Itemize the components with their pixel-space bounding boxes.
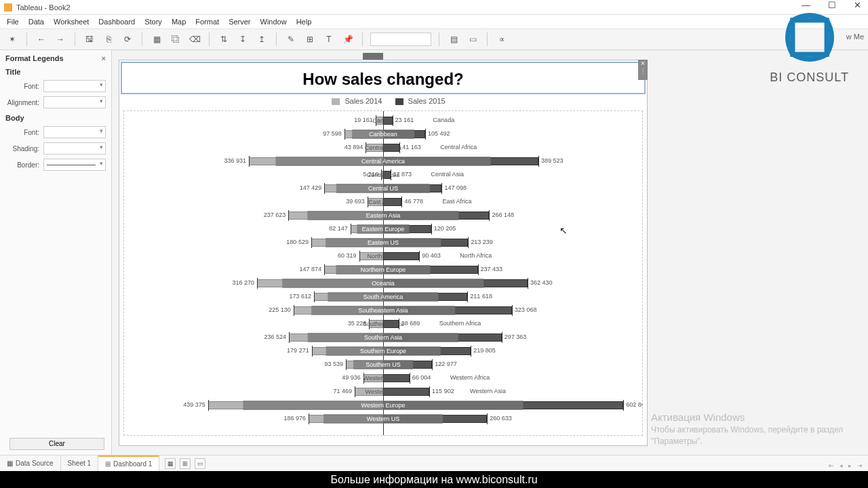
chart-row[interactable]: Canada19 16123 161Canada (124, 115, 642, 126)
menu-format[interactable]: Format (195, 18, 219, 26)
tableau-logo-icon[interactable]: ✶ (5, 33, 19, 46)
menu-data[interactable]: Data (28, 18, 44, 26)
label-border: Border: (5, 161, 43, 169)
chart-body[interactable]: Canada19 16123 161CanadaCaribbean97 5981… (123, 110, 643, 436)
dashboard-canvas[interactable]: ×⋮ How sales changed? Sales 2014 Sales 2… (112, 50, 868, 457)
window-title: Tableau - Book2 (16, 3, 71, 12)
story-nav-tab[interactable] (363, 53, 383, 60)
body-shading-selector[interactable] (43, 142, 106, 155)
logo-icon (779, 7, 840, 68)
cards-button[interactable]: ▤ (447, 33, 460, 46)
menu-story[interactable]: Story (144, 18, 162, 26)
status-prev[interactable]: ◂ (840, 462, 843, 469)
body-font-selector[interactable] (43, 126, 106, 138)
status-first[interactable]: ⇤ (829, 462, 834, 469)
new-data-button[interactable]: ⎘ (102, 33, 115, 46)
chart-row[interactable]: Central US147 429147 098 (124, 183, 642, 194)
format-panel-close[interactable]: × (102, 54, 106, 62)
new-story-tab-button[interactable]: ▭ (195, 458, 205, 469)
svg-rect-0 (792, 20, 826, 54)
back-button[interactable]: ← (35, 33, 48, 46)
chart-row[interactable]: Southern Europe179 271219 805 (124, 346, 642, 357)
label-body-font: Font: (5, 129, 43, 136)
format-panel: Format Legends × Title Font: Alignment: … (0, 50, 112, 457)
legend[interactable]: Sales 2014 Sales 2015 (119, 96, 647, 109)
chart-row[interactable]: Southern Africa35 22838 689Southern Afri… (124, 319, 642, 329)
chart-row[interactable]: South America173 612211 618 (124, 291, 642, 302)
new-dashboard-tab-button[interactable]: ⊞ (180, 458, 191, 469)
chart-row[interactable]: Southern US93 539122 977 (124, 359, 642, 370)
chart-row[interactable]: Central Asia5 21617 873Central Asia (124, 169, 642, 180)
menu-help[interactable]: Help (296, 18, 312, 26)
labels-button[interactable]: T (322, 33, 336, 46)
format-panel-title: Format Legends (5, 54, 64, 62)
chart-title[interactable]: How sales changed? (121, 62, 646, 94)
chart-row[interactable]: East Africa39 69346 778East Africa (124, 197, 642, 207)
close-button[interactable]: ✕ (850, 0, 865, 10)
chart-row[interactable]: North Africa60 31990 403North Africa (124, 251, 642, 262)
title-alignment-selector[interactable] (43, 96, 106, 108)
pin-button[interactable]: 📌 (341, 33, 355, 46)
menu-map[interactable]: Map (172, 18, 186, 26)
legend-swatch-2015 (395, 98, 403, 105)
tab-sheet1[interactable]: Sheet 1 (61, 455, 98, 471)
sheet-tabs: ▦ Data Source Sheet 1 ⊞ Dashboard 1 ▦ ⊞ … (0, 455, 868, 471)
section-body: Body (5, 114, 106, 122)
menu-window[interactable]: Window (260, 18, 287, 26)
share-button[interactable]: ∝ (495, 33, 509, 46)
main-area: Format Legends × Title Font: Alignment: … (0, 50, 868, 457)
chart-row[interactable]: Oceania316 270362 430 (124, 278, 642, 289)
tab-data-source[interactable]: ▦ Data Source (0, 455, 61, 471)
duplicate-button[interactable]: ⿻ (169, 33, 182, 46)
swap-button[interactable]: ⇅ (217, 33, 231, 46)
tab-dashboard1[interactable]: ⊞ Dashboard 1 (98, 455, 159, 471)
chart-row[interactable]: Eastern Asia237 623266 148 (124, 210, 642, 221)
save-button[interactable]: 🖫 (83, 33, 96, 46)
clear-button[interactable]: ⌫ (188, 33, 201, 46)
sort-desc-button[interactable]: ↥ (255, 33, 269, 46)
presentation-button[interactable]: ▭ (466, 33, 479, 46)
chart-row[interactable]: Northern Europe147 874237 433 (124, 264, 642, 275)
chart-row[interactable]: Caribbean97 598105 492 (124, 129, 642, 140)
new-worksheet-button[interactable]: ▦ (150, 33, 163, 46)
menu-file[interactable]: File (7, 18, 19, 26)
chart-row[interactable]: Eastern US180 529213 239 (124, 237, 642, 248)
titlebar: Tableau - Book2 — ☐ ✕ (0, 0, 868, 15)
status-next[interactable]: ▸ (848, 462, 852, 469)
section-title: Title (5, 68, 106, 76)
chart-row[interactable]: Western Asia71 469115 902Western Asia (124, 386, 642, 397)
footer-banner: Больше информации на www.biconsult.ru (0, 471, 868, 488)
fit-selector[interactable] (370, 33, 431, 46)
chart-row[interactable]: Southeastern Asia225 130323 068 (124, 305, 642, 316)
refresh-button[interactable]: ⟳ (121, 33, 134, 46)
group-button[interactable]: ⊞ (303, 33, 317, 46)
chart-row[interactable]: Central Africa43 89441 163Central Africa (124, 142, 642, 153)
chart-row[interactable]: Western US186 976260 633 (124, 413, 642, 424)
status-last[interactable]: ⇥ (857, 462, 863, 469)
chart-row[interactable]: Southern Asia236 524297 363 (124, 332, 642, 343)
sort-asc-button[interactable]: ↧ (236, 33, 250, 46)
menu-dashboard[interactable]: Dashboard (98, 18, 135, 26)
highlight-button[interactable]: ✎ (284, 33, 298, 46)
forward-button[interactable]: → (54, 33, 67, 46)
new-worksheet-tab-button[interactable]: ▦ (165, 458, 176, 469)
chart-row[interactable]: Western Africa49 93666 004Western Africa (124, 373, 642, 384)
frame-controls[interactable]: ×⋮ (638, 60, 648, 80)
legend-label-2015: Sales 2015 (408, 97, 446, 105)
legend-swatch-2014 (332, 98, 340, 105)
body-border-selector[interactable] (43, 159, 106, 171)
chart-row[interactable]: Western Europe439 375602 861 (124, 400, 642, 411)
windows-activation-watermark: Активация Windows Чтобы активировать Win… (651, 410, 854, 447)
status-bar-nav: ⇤ ◂ ▸ ⇥ (829, 462, 863, 469)
brand-logo: BI CONSULT (770, 7, 849, 85)
toolbar: ✶ ← → 🖫 ⎘ ⟳ ▦ ⿻ ⌫ ⇅ ↧ ↥ ✎ ⊞ T 📌 ▤ ▭ ∝ (0, 28, 868, 50)
dashboard-frame[interactable]: ×⋮ How sales changed? Sales 2014 Sales 2… (119, 60, 648, 446)
title-font-selector[interactable] (43, 80, 106, 92)
chart-row[interactable]: Central America336 931389 523 (124, 156, 642, 167)
app-icon (4, 3, 12, 12)
menu-server[interactable]: Server (229, 18, 250, 26)
clear-format-button[interactable]: Clear (9, 438, 104, 450)
brand-text: BI CONSULT (770, 70, 849, 85)
cursor-icon: ↖ (559, 225, 568, 236)
menu-worksheet[interactable]: Worksheet (54, 18, 89, 26)
